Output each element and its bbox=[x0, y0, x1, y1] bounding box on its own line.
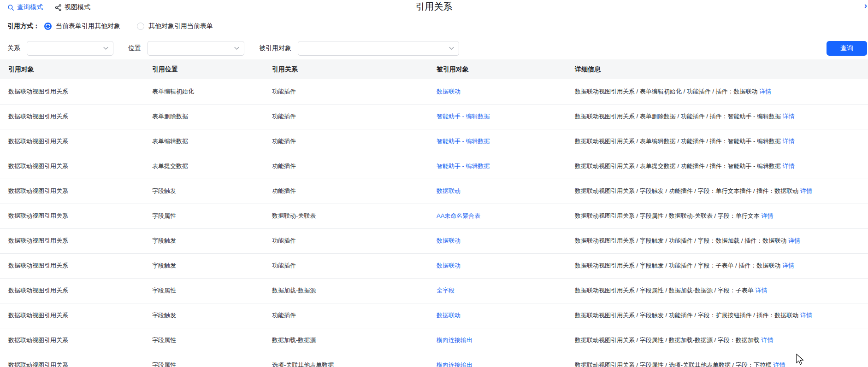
detail-link[interactable]: 详情 bbox=[782, 262, 794, 269]
column-header: 被引用对象 bbox=[428, 59, 567, 79]
referenced-object-link[interactable]: AA未命名聚合表 bbox=[437, 212, 480, 219]
cell-position: 表单删除数据 bbox=[144, 104, 264, 129]
table-body: 数据联动视图引用关系 表单编辑初始化 功能插件 数据联动 数据联动视图引用关系 … bbox=[0, 79, 868, 367]
radio-unselected-icon bbox=[137, 23, 144, 30]
referenced-object-link[interactable]: 智能助手 - 编辑数据 bbox=[437, 113, 490, 120]
cell-ref-object: 数据联动视图引用关系 bbox=[0, 303, 144, 328]
chevron-right-icon[interactable]: › bbox=[864, 0, 867, 11]
cell-position: 字段属性 bbox=[144, 328, 264, 353]
relation-select[interactable] bbox=[27, 41, 113, 56]
cell-detail-text: 数据联动视图引用关系 / 表单提交数据 / 功能插件 / 插件：智能助手 - 编… bbox=[575, 163, 781, 169]
referenced-object-link[interactable]: 数据联动 bbox=[437, 237, 461, 244]
detail-link[interactable]: 详情 bbox=[800, 312, 812, 319]
cell-position: 字段触发 bbox=[144, 228, 264, 253]
radio-label: 其他对象引用当前表单 bbox=[148, 22, 213, 30]
cell-detail-text: 数据联动视图引用关系 / 字段属性 / 选项-关联其他表单数据 / 字段：下拉框 bbox=[575, 361, 772, 367]
referenced-object-link[interactable]: 数据联动 bbox=[437, 312, 461, 319]
radio-group-label: 引用方式： bbox=[7, 22, 40, 30]
cell-position: 字段触发 bbox=[144, 303, 264, 328]
table-row: 数据联动视图引用关系 字段属性 数据联动-关联表 AA未命名聚合表 数据联动视图… bbox=[0, 204, 868, 228]
cell-position: 字段触发 bbox=[144, 253, 264, 278]
column-header: 引用对象 bbox=[0, 59, 144, 79]
referenced-object-link[interactable]: 数据联动 bbox=[437, 187, 461, 194]
referenced-object-link[interactable]: 数据联动 bbox=[437, 88, 461, 95]
position-select[interactable] bbox=[148, 41, 244, 56]
referenced-object-select[interactable] bbox=[298, 41, 459, 56]
detail-link[interactable]: 详情 bbox=[755, 287, 767, 294]
cell-detail-text: 数据联动视图引用关系 / 表单编辑初始化 / 功能插件 / 插件：数据联动 bbox=[575, 88, 758, 95]
cell-ref-object: 数据联动视图引用关系 bbox=[0, 154, 144, 179]
detail-link[interactable]: 详情 bbox=[788, 237, 800, 244]
referenced-object-link[interactable]: 智能助手 - 编辑数据 bbox=[437, 138, 490, 145]
table-row: 数据联动视图引用关系 表单删除数据 功能插件 智能助手 - 编辑数据 数据联动视… bbox=[0, 104, 868, 129]
cell-position: 字段属性 bbox=[144, 353, 264, 367]
cell-position: 表单编辑初始化 bbox=[144, 79, 264, 104]
table-row: 数据联动视图引用关系 字段属性 数据加载-数据源 横向连接输出 数据联动视图引用… bbox=[0, 328, 868, 353]
referenced-object-label: 被引用对象 bbox=[259, 44, 291, 52]
cell-relation: 功能插件 bbox=[264, 253, 428, 278]
cell-ref-object: 数据联动视图引用关系 bbox=[0, 204, 144, 228]
filter-row: 关系 位置 被引用对象 查询 bbox=[7, 41, 861, 56]
position-label: 位置 bbox=[128, 44, 141, 52]
cell-detail-text: 数据联动视图引用关系 / 字段触发 / 功能插件 / 字段：数据加载 / 插件：… bbox=[575, 237, 786, 244]
cell-relation: 数据加载-数据源 bbox=[264, 278, 428, 303]
cell-relation: 功能插件 bbox=[264, 303, 428, 328]
cell-ref-object: 数据联动视图引用关系 bbox=[0, 253, 144, 278]
cell-detail-text: 数据联动视图引用关系 / 表单编辑数据 / 功能插件 / 插件：智能助手 - 编… bbox=[575, 138, 781, 145]
detail-link[interactable]: 详情 bbox=[783, 113, 795, 120]
cell-detail-text: 数据联动视图引用关系 / 字段触发 / 功能插件 / 字段：扩展按钮插件 / 插… bbox=[575, 312, 798, 319]
table-header-row: 引用对象引用位置引用关系被引用对象详细信息 bbox=[0, 59, 868, 79]
cell-position: 表单编辑数据 bbox=[144, 129, 264, 154]
detail-link[interactable]: 详情 bbox=[761, 337, 773, 344]
cell-position: 字段触发 bbox=[144, 179, 264, 204]
search-button[interactable]: 查询 bbox=[827, 41, 867, 56]
cell-relation: 功能插件 bbox=[264, 104, 428, 129]
cell-ref-object: 数据联动视图引用关系 bbox=[0, 353, 144, 367]
reference-table: 引用对象引用位置引用关系被引用对象详细信息 数据联动视图引用关系 表单编辑初始化… bbox=[0, 59, 868, 367]
detail-link[interactable]: 详情 bbox=[773, 361, 785, 367]
chevron-down-icon bbox=[103, 47, 108, 50]
chevron-down-icon bbox=[449, 47, 454, 50]
radio-label: 当前表单引用其他对象 bbox=[56, 22, 120, 30]
search-icon bbox=[7, 4, 14, 11]
radio-current-form-refs-others[interactable]: 当前表单引用其他对象 bbox=[44, 22, 120, 30]
table-row: 数据联动视图引用关系 表单编辑数据 功能插件 智能助手 - 编辑数据 数据联动视… bbox=[0, 129, 868, 154]
detail-link[interactable]: 详情 bbox=[761, 212, 773, 219]
detail-link[interactable]: 详情 bbox=[800, 187, 812, 194]
referenced-object-link[interactable]: 横向连接输出 bbox=[437, 337, 472, 344]
cell-detail-text: 数据联动视图引用关系 / 字段触发 / 功能插件 / 字段：子表单 / 插件：数… bbox=[575, 262, 780, 269]
page-title: 引用关系 bbox=[416, 0, 453, 13]
topbar: 查询模式 视图模式 引用关系 › bbox=[0, 0, 868, 15]
referenced-object-link[interactable]: 智能助手 - 编辑数据 bbox=[437, 163, 490, 169]
detail-link[interactable]: 详情 bbox=[783, 138, 795, 145]
detail-link[interactable]: 详情 bbox=[759, 88, 771, 95]
tab-query-mode[interactable]: 查询模式 bbox=[7, 3, 43, 12]
cell-detail-text: 数据联动视图引用关系 / 字段属性 / 数据加载-数据源 / 字段：子表单 bbox=[575, 287, 754, 294]
cell-ref-object: 数据联动视图引用关系 bbox=[0, 278, 144, 303]
reference-mode-radio-group: 引用方式： 当前表单引用其他对象 其他对象引用当前表单 bbox=[7, 22, 861, 31]
detail-link[interactable]: 详情 bbox=[783, 163, 795, 169]
cell-detail-text: 数据联动视图引用关系 / 字段触发 / 功能插件 / 字段：单行文本插件 / 插… bbox=[575, 187, 798, 194]
cell-detail-text: 数据联动视图引用关系 / 字段属性 / 数据联动-关联表 / 字段：单行文本 bbox=[575, 212, 760, 219]
cell-relation: 功能插件 bbox=[264, 154, 428, 179]
filter-panel: 引用方式： 当前表单引用其他对象 其他对象引用当前表单 关系 位置 被引用对象 bbox=[0, 15, 868, 56]
column-header: 引用关系 bbox=[264, 59, 428, 79]
cell-detail-text: 数据联动视图引用关系 / 表单删除数据 / 功能插件 / 插件：智能助手 - 编… bbox=[575, 113, 781, 120]
table-row: 数据联动视图引用关系 字段触发 功能插件 数据联动 数据联动视图引用关系 / 字… bbox=[0, 253, 868, 278]
radio-selected-icon bbox=[44, 23, 52, 30]
cell-relation: 选项-关联其他表单数据 bbox=[264, 353, 428, 367]
cell-ref-object: 数据联动视图引用关系 bbox=[0, 79, 144, 104]
tab-view-mode[interactable]: 视图模式 bbox=[55, 3, 90, 12]
cell-position: 字段属性 bbox=[144, 204, 264, 228]
cell-ref-object: 数据联动视图引用关系 bbox=[0, 328, 144, 353]
referenced-object-link[interactable]: 全字段 bbox=[437, 287, 455, 294]
cell-detail-text: 数据联动视图引用关系 / 字段属性 / 数据加载-数据源 / 字段：数据加载 bbox=[575, 337, 760, 344]
cell-relation: 功能插件 bbox=[264, 228, 428, 253]
relation-label: 关系 bbox=[7, 44, 20, 52]
radio-others-ref-current-form[interactable]: 其他对象引用当前表单 bbox=[137, 22, 213, 30]
referenced-object-link[interactable]: 数据联动 bbox=[437, 262, 461, 269]
cell-relation: 功能插件 bbox=[264, 129, 428, 154]
cell-relation: 功能插件 bbox=[264, 179, 428, 204]
chevron-down-icon bbox=[234, 47, 239, 50]
referenced-object-link[interactable]: 横向连接输出 bbox=[437, 361, 472, 367]
